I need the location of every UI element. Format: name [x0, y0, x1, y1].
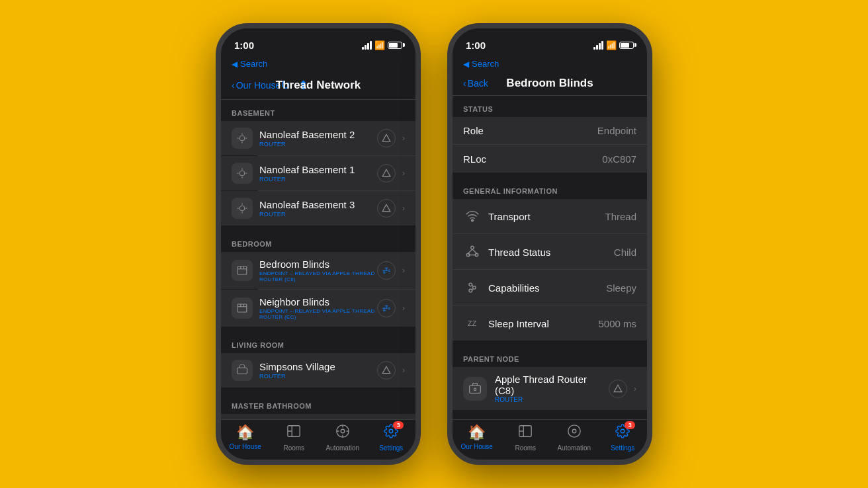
svg-line-50: [472, 289, 473, 290]
battery-icon: [388, 42, 402, 49]
sleep-interval-value: 5000 ms: [598, 318, 636, 329]
search-back-right[interactable]: Search: [472, 59, 499, 69]
tab-bar-right: 🏠 Our House Rooms Automation 3: [453, 419, 647, 460]
item-subtitle: ENDPOINT – RELAYED VIA APPLE THREAD ROUT…: [259, 308, 377, 320]
svg-rect-18: [238, 266, 247, 274]
svg-point-47: [472, 286, 476, 290]
item-content: Nanoleaf Basement 3 ROUTER: [259, 199, 377, 218]
sleep-interval-label: ZZ Sleep Interval: [463, 314, 549, 333]
parent-icon: [463, 377, 487, 401]
tab-automation[interactable]: Automation: [318, 424, 367, 452]
nav-title-left: Thread Network: [276, 79, 361, 91]
tab-settings-right[interactable]: 3 Settings: [599, 424, 648, 452]
role-label: Role: [463, 125, 484, 136]
tab-label-house: Our House: [230, 443, 261, 450]
list-item[interactable]: Nanoleaf Basement 3 ROUTER ›: [221, 191, 415, 225]
chevron-icon: ›: [402, 204, 405, 213]
back-button-right[interactable]: ‹ Back: [463, 78, 488, 89]
section-basement: BASEMENT Nanoleaf Basement 2 ROUTER ›: [221, 100, 415, 225]
list-item[interactable]: Bedroom Blinds ENDPOINT – RELAYED VIA AP…: [221, 252, 415, 289]
svg-point-38: [390, 429, 394, 433]
item-name: Bedroom Blinds: [259, 259, 377, 270]
router-status-icon: [377, 164, 396, 183]
tab-settings[interactable]: 3 Settings: [367, 424, 416, 452]
svg-marker-57: [614, 385, 622, 392]
parent-item-status: ›: [609, 380, 636, 398]
settings-icon: 3: [384, 424, 398, 442]
item-status: 💤 ›: [377, 261, 405, 280]
parent-router-icon: [609, 380, 627, 398]
svg-marker-11: [382, 169, 390, 177]
svg-rect-52: [470, 386, 481, 393]
house-icon: 🏠: [468, 424, 486, 441]
item-subtitle: ROUTER: [259, 373, 377, 380]
list-item[interactable]: Simpsons Village ROUTER ›: [221, 353, 415, 387]
automation-icon: [335, 424, 350, 442]
svg-line-44: [472, 249, 476, 253]
right-phone: 1:00 📶 ◀ Search ‹ Bac: [447, 23, 652, 465]
section-living-room: LIVING ROOM Simpsons Village ROUTER ›: [221, 332, 415, 387]
tab-rooms[interactable]: Rooms: [270, 424, 319, 452]
back-label-right[interactable]: Back: [468, 78, 488, 89]
back-label-left[interactable]: Our House: [236, 80, 281, 91]
transport-icon: [463, 207, 482, 225]
sleep-status-icon: 💤: [377, 261, 396, 280]
svg-point-12: [239, 206, 245, 211]
list-item[interactable]: Nanoleaf Basement 2 ROUTER ›: [221, 121, 415, 155]
capabilities-value: Sleepy: [606, 282, 636, 294]
item-status: ›: [377, 129, 405, 147]
nav-title-right: Bedroom Blinds: [506, 77, 593, 89]
list-item[interactable]: Master Bathroom Blinds ENDPOINT – RELAYE…: [221, 414, 415, 419]
svg-point-56: [474, 388, 476, 390]
section-header-living-room: LIVING ROOM: [221, 332, 415, 353]
signal-icon: [362, 41, 372, 50]
battery-icon: [619, 42, 634, 49]
thread-status-icon: [463, 243, 482, 261]
svg-point-48: [469, 289, 472, 292]
item-name: Nanoleaf Basement 3: [259, 199, 377, 210]
svg-text:ZZ: ZZ: [468, 319, 477, 327]
role-value: Endpoint: [597, 125, 636, 136]
nav-header-left: ‹ Our House Thread Network ↻ ⬆: [221, 73, 415, 100]
status-icons-right: 📶: [593, 40, 634, 50]
chevron-icon: ›: [402, 134, 405, 143]
section-master-bathroom: MASTER BATHROOM Master Bathroom Blinds E…: [221, 393, 415, 419]
device-icon: [232, 128, 253, 149]
transport-row: Transport Thread: [453, 199, 647, 234]
tab-rooms-right[interactable]: Rooms: [501, 424, 550, 452]
item-content: Simpsons Village ROUTER: [259, 361, 377, 380]
search-bar-left[interactable]: ◀ Search: [221, 58, 415, 73]
list-item[interactable]: Neighbor Blinds ENDPOINT – RELAYED VIA A…: [221, 290, 415, 327]
tab-label-settings: Settings: [379, 444, 403, 452]
device-icon: [232, 298, 253, 319]
sleep-status-icon: 💤: [377, 299, 396, 317]
tab-bar-left: 🏠 Our House Rooms Automation 3: [221, 419, 415, 460]
wifi-icon: 📶: [374, 40, 385, 50]
svg-marker-27: [382, 366, 390, 374]
item-content: Bedroom Blinds ENDPOINT – RELAYED VIA AP…: [259, 259, 377, 282]
section-header-bedroom: BEDROOM: [221, 231, 415, 252]
parent-item-subtitle: ROUTER: [495, 396, 609, 403]
section-header-basement: BASEMENT: [221, 100, 415, 121]
tab-automation-right[interactable]: Automation: [550, 424, 599, 452]
tab-label-rooms: Rooms: [515, 444, 536, 452]
item-name: Simpsons Village: [259, 361, 377, 372]
list-item[interactable]: Nanoleaf Basement 1 ROUTER ›: [221, 156, 415, 190]
rloc-value: 0xC807: [602, 153, 636, 165]
rloc-label: RLoc: [463, 153, 486, 165]
svg-rect-22: [238, 304, 247, 312]
back-button-left[interactable]: ‹ Our House: [232, 80, 281, 91]
svg-marker-17: [382, 204, 390, 212]
general-section: GENERAL INFORMATION Transport Thread: [453, 178, 647, 341]
search-back-left[interactable]: Search: [240, 59, 267, 69]
tab-our-house[interactable]: 🏠 Our House: [221, 424, 270, 452]
svg-point-61: [572, 429, 576, 433]
back-chevron-icon: ‹: [232, 80, 235, 91]
router-status-icon: [377, 129, 396, 147]
parent-node-item[interactable]: Apple Thread Router (C8) ROUTER ›: [453, 367, 647, 410]
rooms-icon: [518, 424, 533, 442]
search-bar-right[interactable]: ◀ Search: [453, 58, 647, 73]
tab-our-house-right[interactable]: 🏠 Our House: [453, 424, 501, 452]
status-bar-right: 1:00 📶: [453, 28, 647, 58]
svg-point-40: [471, 246, 474, 249]
